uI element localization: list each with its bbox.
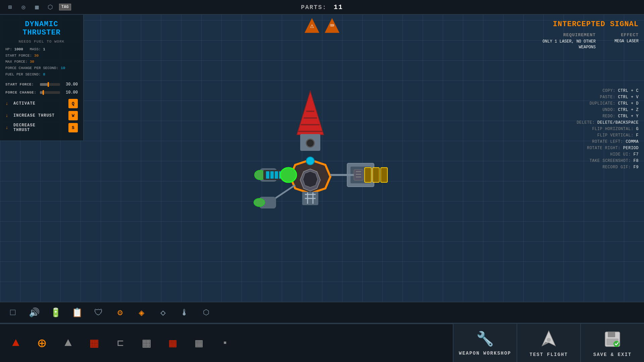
intercepted-title: INTERCEPTED SIGNAL — [542, 20, 639, 28]
keybind-increase-thrust: ↓ INCREASE THRUST W — [5, 111, 78, 120]
requirement-value: ONLY 1 LASER, NO OTHER WEAPONS — [542, 39, 596, 50]
test-flight-button[interactable]: TEST FLIGHT — [517, 324, 580, 362]
bottom-item-battery-red[interactable]: ▦ — [164, 334, 182, 352]
module-icon[interactable]: ▦ — [32, 2, 42, 12]
right-yellow-2 — [373, 168, 379, 182]
start-force-slider-row: START FORCE: 30.00 — [5, 82, 78, 87]
bottom-item-rocket[interactable]: ▲ — [59, 334, 77, 352]
battery-red-icon: ▦ — [164, 334, 182, 352]
toolbar-network-icon[interactable]: ⬡ — [200, 307, 212, 319]
ship-svg[interactable] — [210, 74, 411, 242]
hp-label: HP: — [5, 47, 12, 51]
force-change-slider-label: FORCE CHANGE: — [5, 90, 37, 95]
decrease-thrust-label: DECREASETHRUST — [13, 123, 68, 132]
bottom-item-arrow[interactable]: ⊏ — [111, 334, 129, 352]
activate-key[interactable]: Q — [68, 99, 78, 108]
right-yellow-1 — [365, 168, 371, 182]
start-force-slider-value: 30.00 — [63, 82, 78, 87]
save-exit-label: SAVE & EXIT — [593, 352, 632, 357]
shortcut-flip-v: FLIP VERTICAL: F — [577, 133, 639, 138]
toolbar-clipboard-icon[interactable]: 📋 — [71, 307, 83, 319]
shortcut-rotate-right: ROTATE RIGHT: PERIOD — [577, 146, 639, 150]
grid-icon[interactable]: ⊞ — [5, 2, 15, 12]
toolbar-gear-icon[interactable]: ⚙ — [114, 307, 126, 319]
toolbar-square-icon[interactable]: □ — [7, 307, 19, 319]
battery-cell-1 — [266, 171, 269, 179]
bottom-item-small[interactable]: ▪ — [216, 334, 234, 352]
start-force-slider-thumb[interactable] — [48, 82, 49, 87]
bottom-item-grid-gray[interactable]: ▦ — [138, 334, 156, 352]
test-flight-label: TEST FLIGHT — [530, 352, 568, 357]
keybind-section: ↓ ACTIVATE Q ↓ INCREASE THRUST W ↓ DECRE… — [5, 99, 78, 132]
effect-value: MEGA LASER — [614, 39, 639, 44]
start-force-slider-label: START FORCE: — [5, 82, 37, 86]
shortcut-gif: RECORD GIF: F9 — [577, 165, 639, 170]
shortcut-redo: REDO: CTRL + Y — [577, 114, 639, 119]
left-panel: DYNAMIC THRUSTER NEEDS FUEL TO WORK HP: … — [0, 15, 84, 140]
triangle-icon: ▲ — [7, 334, 25, 352]
toolbar-rhombus-icon[interactable]: ◇ — [157, 307, 169, 319]
increase-thrust-key[interactable]: W — [68, 111, 78, 120]
porthole — [306, 139, 314, 147]
center-hex — [303, 171, 318, 187]
increase-thrust-label: INCREASE THRUST — [13, 113, 68, 118]
weapon-workshop-label: WEAPON WORKSHOP — [459, 351, 511, 356]
toolbar-battery-icon[interactable]: 🔋 — [50, 307, 62, 319]
tag-label[interactable]: TAG — [59, 4, 71, 10]
toolbar-shield-icon[interactable]: 🛡 — [93, 307, 105, 319]
left-center-flame — [280, 168, 297, 182]
target-icon[interactable]: ◎ — [19, 2, 28, 12]
bottom-item-crosshair[interactable]: ⊕ — [33, 334, 51, 352]
bottom-item-cells[interactable]: ▦ — [190, 334, 208, 352]
rocket-small-icon: ▲ — [59, 334, 77, 352]
bottom-item-grid-red[interactable]: ▦ — [85, 334, 103, 352]
bottom-actions: ▲ ⊕ ▲ ▦ ⊏ ▦ ▦ ▦ ▪ 🔧 WEAPON WORKSHOP — [0, 323, 644, 362]
bottom-items-left: ▲ ⊕ ▲ ▦ ⊏ ▦ ▦ ▦ ▪ — [0, 334, 453, 352]
battery-cell-3 — [275, 171, 278, 179]
rocket-nose — [297, 91, 324, 135]
decrease-thrust-arrow-icon: ↓ — [5, 125, 11, 130]
parts-display: PARTS: 11 — [301, 3, 343, 11]
force-change-slider-thumb[interactable] — [43, 90, 44, 95]
toolbar-thermometer-icon[interactable]: 🌡 — [178, 307, 191, 319]
keybind-decrease-thrust: ↓ DECREASETHRUST S — [5, 123, 78, 132]
keybind-activate: ↓ ACTIVATE Q — [5, 99, 78, 108]
start-force-slider-track[interactable] — [40, 83, 60, 86]
requirement-col: REQUIREMENT ONLY 1 LASER, NO OTHER WEAPO… — [542, 33, 596, 50]
toolbar-diamond-icon[interactable]: ◈ — [136, 307, 148, 319]
shortcut-flip-h: FLIP HORIZONTAL: G — [577, 127, 639, 131]
force-change-slider-track[interactable] — [40, 91, 60, 94]
bottom-toolbar: □ 🔊 🔋 📋 🛡 ⚙ ◈ ◇ 🌡 ⬡ — [0, 302, 644, 323]
right-actions: 🔧 WEAPON WORKSHOP TEST FLIGHT SAVE & EXI… — [453, 324, 644, 362]
save-exit-button[interactable]: SAVE & EXIT — [580, 324, 644, 362]
warning-icon-1[interactable]: ⚠ — [305, 18, 319, 33]
fuel-per-second-value: 8 — [43, 72, 45, 76]
save-exit-icon — [602, 329, 623, 349]
parts-text: PARTS: — [301, 4, 327, 11]
bottom-item-triangle[interactable]: ▲ — [7, 334, 25, 352]
activate-label: ACTIVATE — [13, 101, 68, 106]
max-force-label: MAX FORCE: — [5, 60, 28, 64]
right-yellow-3 — [381, 168, 387, 182]
right-connector — [354, 170, 363, 180]
right-panel: INTERCEPTED SIGNAL REQUIREMENT ONLY 1 LA… — [537, 15, 644, 56]
center-warning-icons: ⚠ ⌨ — [305, 18, 339, 33]
parts-count: 11 — [334, 3, 343, 11]
weapon-workshop-button[interactable]: 🔧 WEAPON WORKSHOP — [453, 324, 517, 362]
start-force-slider-fill — [40, 83, 48, 86]
top-bar-icons: ⊞ ◎ ▦ ⬡ TAG — [5, 2, 71, 12]
link-icon[interactable]: ⬡ — [46, 2, 55, 12]
crosshair-icon: ⊕ — [33, 334, 51, 352]
svg-rect-15 — [608, 332, 615, 337]
left-bottom-flame — [254, 198, 265, 206]
arrow-icon: ⊏ — [111, 334, 129, 352]
force-change-label: FORCE CHANGE PER SECOND: — [5, 66, 58, 70]
force-change-value: 10 — [61, 66, 65, 70]
fuel-per-second-label: FUEL PER SECOND: — [5, 72, 41, 76]
decrease-thrust-key[interactable]: S — [68, 123, 78, 132]
warning-icon-2[interactable]: ⌨ — [325, 18, 339, 33]
needs-fuel-label: NEEDS FUEL TO WORK — [5, 40, 78, 44]
requirement-label: REQUIREMENT — [542, 33, 596, 38]
toolbar-sound-icon[interactable]: 🔊 — [28, 307, 40, 319]
ship-area — [84, 15, 537, 302]
